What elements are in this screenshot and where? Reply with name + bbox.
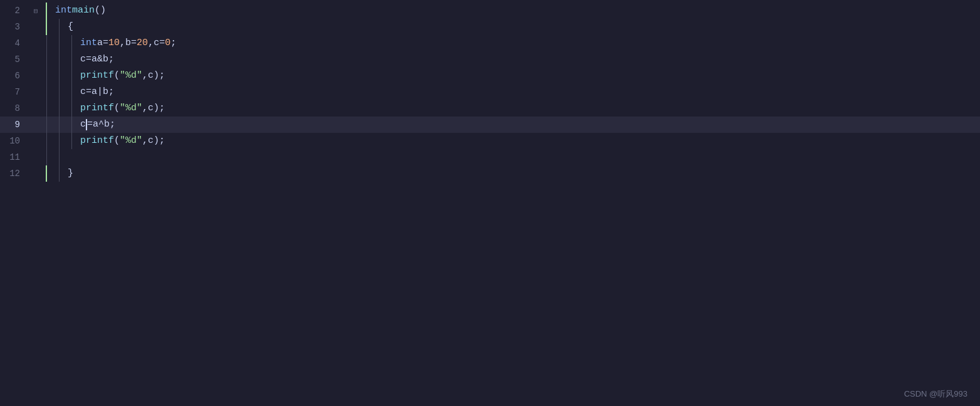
code-content-5: c = a & b; <box>78 51 980 68</box>
code-line-12[interactable]: 12 } <box>0 165 980 182</box>
code-line-6[interactable]: 6 printf("%d", c); <box>0 68 980 84</box>
code-line-5[interactable]: 5 c = a & b; <box>0 51 980 68</box>
vline <box>59 68 60 84</box>
code-content-3: { <box>65 19 980 35</box>
indent-block <box>65 35 78 51</box>
code-content-6: printf("%d", c); <box>78 68 980 84</box>
green-bar <box>46 165 47 182</box>
line-number-4: 4 <box>0 38 31 48</box>
vline <box>46 100 47 117</box>
indent-block <box>53 51 65 68</box>
indent-block <box>53 100 65 117</box>
line-number-3: 3 <box>0 22 31 32</box>
indent-guides-4 <box>40 35 78 51</box>
indent-block <box>65 68 78 84</box>
line-number-11: 11 <box>0 152 31 162</box>
code-line-8[interactable]: 8 printf("%d", c); <box>0 100 980 117</box>
indent-guides-2 <box>40 3 53 19</box>
indent-block <box>40 149 53 165</box>
indent-block <box>40 51 53 68</box>
line-number-9: 9 <box>0 120 31 130</box>
vline <box>71 100 72 117</box>
indent-block <box>53 68 65 84</box>
indent-guides-3 <box>40 19 65 35</box>
indent-block <box>40 100 53 117</box>
vline <box>46 149 47 165</box>
code-line-11[interactable]: 11 <box>0 149 980 165</box>
vline <box>59 35 60 51</box>
code-content-7: c = a | b; <box>78 84 980 100</box>
line-number-5: 5 <box>0 55 31 65</box>
line-number-6: 6 <box>0 71 31 81</box>
code-area[interactable]: 2 ⊟ int main() 3 { <box>0 0 980 406</box>
indent-block <box>40 35 53 51</box>
indent-block <box>53 133 65 149</box>
vline <box>71 84 72 100</box>
code-line-7[interactable]: 7 c = a | b; <box>0 84 980 100</box>
code-line-4[interactable]: 4 int a = 10, b = 20, c=0; <box>0 35 980 51</box>
indent-block <box>65 100 78 117</box>
vline <box>59 100 60 117</box>
vline <box>59 84 60 100</box>
vline <box>71 51 72 68</box>
vline <box>59 117 60 133</box>
indent-block <box>40 165 53 182</box>
vline <box>59 165 60 182</box>
indent-block <box>53 84 65 100</box>
indent-guides-5 <box>40 51 78 68</box>
indent-block <box>40 19 53 35</box>
code-content-4: int a = 10, b = 20, c=0; <box>78 35 980 51</box>
indent-block <box>40 117 53 133</box>
indent-guides-7 <box>40 84 78 100</box>
indent-block <box>53 117 65 133</box>
indent-block <box>40 133 53 149</box>
indent-block <box>40 3 53 19</box>
green-bar <box>46 19 47 35</box>
code-line-3[interactable]: 3 { <box>0 19 980 35</box>
indent-block <box>65 133 78 149</box>
indent-block <box>53 19 65 35</box>
line-number-2: 2 <box>0 6 31 16</box>
code-line-9[interactable]: 9 c = a ^ b; <box>0 117 980 133</box>
vline <box>46 68 47 84</box>
code-editor: 2 ⊟ int main() 3 { <box>0 0 980 406</box>
vline <box>71 117 72 133</box>
vline <box>46 133 47 149</box>
vline <box>59 149 60 165</box>
indent-block <box>53 165 65 182</box>
indent-block <box>40 68 53 84</box>
indent-guides-9 <box>40 117 78 133</box>
green-bar <box>46 3 47 19</box>
line-number-7: 7 <box>0 87 31 97</box>
watermark: CSDN @听风993 <box>904 388 967 400</box>
vline <box>59 19 60 35</box>
line-number-12: 12 <box>0 169 31 179</box>
fold-gutter-2[interactable]: ⊟ <box>31 7 40 15</box>
code-content-12: } <box>65 165 980 182</box>
code-content-10: printf("%d", c); <box>78 133 980 149</box>
indent-guides-8 <box>40 100 78 117</box>
code-content-2: int main() <box>53 3 980 19</box>
vline <box>59 51 60 68</box>
vline <box>71 35 72 51</box>
indent-block <box>53 35 65 51</box>
indent-block <box>65 84 78 100</box>
vline <box>59 133 60 149</box>
vline <box>71 68 72 84</box>
vline <box>46 51 47 68</box>
indent-guides-12 <box>40 165 65 182</box>
code-line-10[interactable]: 10 printf("%d", c); <box>0 133 980 149</box>
indent-guides-11 <box>40 149 65 165</box>
code-content-9: c = a ^ b; <box>78 117 980 133</box>
line-number-10: 10 <box>0 136 31 146</box>
code-line-2[interactable]: 2 ⊟ int main() <box>0 3 980 19</box>
indent-guides-10 <box>40 133 78 149</box>
vline <box>71 133 72 149</box>
vline <box>46 117 47 133</box>
code-content-8: printf("%d", c); <box>78 100 980 117</box>
indent-block <box>53 149 65 165</box>
vline <box>46 84 47 100</box>
indent-block <box>65 51 78 68</box>
indent-guides-6 <box>40 68 78 84</box>
vline <box>46 35 47 51</box>
